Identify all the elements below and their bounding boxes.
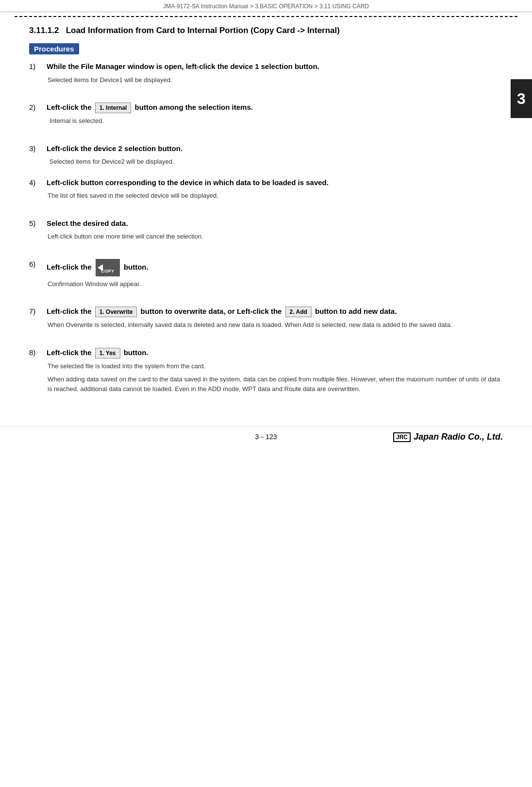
section-title: Load Information from Card to Internal P… bbox=[66, 26, 340, 35]
step-4-content: Left-click button corresponding to the d… bbox=[47, 177, 503, 203]
step-7-desc: When Overwrite is selected, internally s… bbox=[48, 320, 503, 330]
breadcrumb: JMA-9172-SA Instruction Manual > 3.BASIC… bbox=[0, 0, 532, 12]
step-6: 6) Left-click the COPY button. Confirmat… bbox=[29, 259, 503, 291]
step-7-content: Left-click the 1. Overwrite button to ov… bbox=[47, 306, 503, 332]
footer-logo: JRC Japan Radio Co., Ltd. bbox=[345, 432, 503, 442]
step-1-number: 1) bbox=[29, 61, 47, 70]
footer: 3－123 JRC Japan Radio Co., Ltd. bbox=[0, 427, 532, 447]
copy-label: COPY bbox=[96, 268, 120, 275]
step-1: 1) While the File Manager window is open… bbox=[29, 61, 503, 86]
step-6-content: Left-click the COPY button. Confirmation… bbox=[47, 259, 503, 291]
step-2-number: 2) bbox=[29, 102, 47, 111]
step-2-title: Left-click the 1. Internal button among … bbox=[47, 102, 503, 113]
step-8-title-after: button. bbox=[124, 348, 149, 357]
step-4-number: 4) bbox=[29, 177, 47, 187]
step-6-desc: Confirmation Window will appear. bbox=[48, 279, 503, 289]
yes-button[interactable]: 1. Yes bbox=[95, 348, 120, 359]
company-name: Japan Radio Co., Ltd. bbox=[414, 432, 503, 442]
step-8-content: Left-click the 1. Yes button. The select… bbox=[47, 347, 503, 396]
chapter-tab: 3 bbox=[511, 79, 532, 118]
step-5-content: Select the desired data. Left-click butt… bbox=[47, 218, 503, 243]
step-7: 7) Left-click the 1. Overwrite button to… bbox=[29, 306, 503, 332]
step-2-desc: Internal is selected. bbox=[48, 116, 503, 126]
section-number: 3.11.1.2 bbox=[29, 26, 59, 35]
step-7-title: Left-click the 1. Overwrite button to ov… bbox=[47, 306, 503, 317]
step-3-content: Left-click the device 2 selection button… bbox=[47, 143, 503, 169]
step-8-number: 8) bbox=[29, 347, 47, 357]
step-8-desc1: The selected file is loaded into the sys… bbox=[48, 361, 503, 371]
footer-page: 3－123 bbox=[187, 433, 345, 442]
step-3: 3) Left-click the device 2 selection but… bbox=[29, 143, 503, 169]
add-button[interactable]: 2. Add bbox=[285, 307, 312, 317]
step-6-title: Left-click the COPY button. bbox=[47, 259, 503, 276]
step-3-title: Left-click the device 2 selection button… bbox=[47, 143, 503, 154]
step-2: 2) Left-click the 1. Internal button amo… bbox=[29, 102, 503, 128]
step-8-desc2: When adding data saved on the card to th… bbox=[48, 375, 503, 394]
step-7-number: 7) bbox=[29, 306, 47, 315]
step-1-title: While the File Manager window is open, l… bbox=[47, 61, 503, 72]
main-content: 3 3.11.1.2 Load Information from Card to… bbox=[0, 21, 532, 417]
step-7-title-after: button to add new data. bbox=[315, 307, 397, 315]
step-6-number: 6) bbox=[29, 259, 47, 268]
step-5-number: 5) bbox=[29, 218, 47, 227]
step-8-title-before: Left-click the bbox=[47, 348, 92, 357]
step-4: 4) Left-click button corresponding to th… bbox=[29, 177, 503, 203]
step-7-title-before: Left-click the bbox=[47, 307, 92, 315]
step-1-content: While the File Manager window is open, l… bbox=[47, 61, 503, 86]
section-heading: 3.11.1.2 Load Information from Card to I… bbox=[29, 26, 503, 35]
step-1-desc: Selected items for Device1 will be displ… bbox=[48, 75, 503, 85]
step-4-desc: The list of files saved in the selected … bbox=[48, 191, 503, 201]
step-2-title-before: Left-click the bbox=[47, 103, 92, 111]
step-2-title-after: button among the selection items. bbox=[135, 103, 253, 111]
step-5: 5) Select the desired data. Left-click b… bbox=[29, 218, 503, 243]
step-3-number: 3) bbox=[29, 143, 47, 153]
step-7-title-mid: button to overwrite data, or Left-click … bbox=[141, 307, 282, 315]
divider bbox=[15, 16, 517, 17]
procedures-badge: Procedures bbox=[29, 43, 79, 54]
step-6-title-before: Left-click the bbox=[47, 263, 92, 271]
step-6-title-after: button. bbox=[124, 263, 149, 271]
step-5-title: Select the desired data. bbox=[47, 218, 503, 229]
overwrite-button[interactable]: 1. Overwrite bbox=[95, 307, 137, 317]
step-3-desc: Selected items for Device2 will be displ… bbox=[48, 157, 503, 167]
copy-button[interactable]: COPY bbox=[96, 259, 120, 276]
step-2-content: Left-click the 1. Internal button among … bbox=[47, 102, 503, 128]
step-8: 8) Left-click the 1. Yes button. The sel… bbox=[29, 347, 503, 396]
step-8-title: Left-click the 1. Yes button. bbox=[47, 347, 503, 359]
jrc-label: JRC bbox=[393, 432, 411, 442]
internal-button[interactable]: 1. Internal bbox=[95, 103, 132, 113]
step-4-title: Left-click button corresponding to the d… bbox=[47, 177, 503, 188]
step-5-desc: Left-click button one more time will can… bbox=[48, 232, 503, 241]
